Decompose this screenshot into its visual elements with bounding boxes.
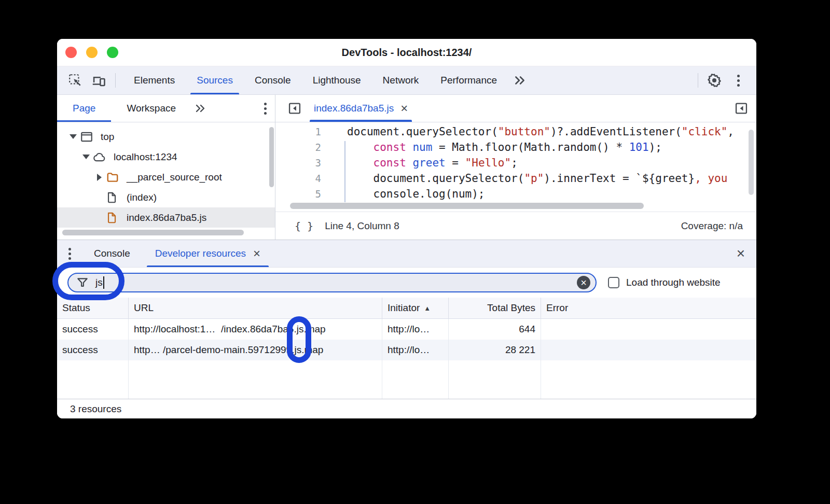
drawer-menu-button[interactable] bbox=[57, 240, 81, 267]
close-window-button[interactable] bbox=[65, 47, 77, 58]
tab-label: Lighthouse bbox=[313, 75, 361, 86]
tab-console[interactable]: Console bbox=[244, 66, 302, 94]
tab-label: Console bbox=[255, 75, 291, 86]
sidebar-tab-workspace[interactable]: Workspace bbox=[111, 95, 191, 122]
tab-label: Developer resources bbox=[155, 248, 246, 259]
panel-collapse-left-icon bbox=[287, 101, 302, 116]
line-number: 1 bbox=[275, 124, 334, 139]
zoom-window-button[interactable] bbox=[107, 47, 118, 58]
column-header-label: Error bbox=[546, 302, 568, 314]
table-row[interactable]: successhttp… /parcel-demo-main.59712999.… bbox=[57, 340, 756, 360]
drawer-tabs: ConsoleDeveloper resources× bbox=[81, 240, 273, 267]
tree-item-index[interactable]: (index) bbox=[57, 187, 275, 207]
column-header-label: Initiator bbox=[388, 302, 420, 314]
navigator-tabbar: PageWorkspace bbox=[57, 95, 275, 122]
frame-icon bbox=[79, 130, 95, 144]
cursor-position-label: Line 4, Column 8 bbox=[325, 220, 399, 232]
column-header-label: Status bbox=[62, 302, 90, 314]
cell-initiator: http://lo… bbox=[382, 340, 449, 360]
code-lines: 1document.querySelector("button")?.addEv… bbox=[275, 124, 756, 202]
toolbar-separator bbox=[698, 73, 698, 88]
tab-lighthouse[interactable]: Lighthouse bbox=[302, 66, 372, 94]
disclosure-down-icon[interactable] bbox=[80, 155, 92, 159]
cell-total-bytes: 644 bbox=[449, 319, 541, 340]
filter-input[interactable]: js × bbox=[67, 273, 597, 292]
inspect-element-button[interactable] bbox=[63, 66, 87, 94]
column-header-status[interactable]: Status bbox=[57, 298, 129, 318]
disclosure-down-icon[interactable] bbox=[67, 134, 79, 139]
gear-icon bbox=[707, 73, 722, 88]
tab-sources[interactable]: Sources bbox=[186, 66, 244, 94]
close-tab-icon[interactable]: × bbox=[253, 247, 260, 260]
load-through-website-checkbox[interactable] bbox=[608, 277, 619, 288]
line-number: 5 bbox=[275, 186, 334, 202]
cell-total-bytes: 28 221 bbox=[449, 340, 541, 360]
editor-vertical-scrollbar[interactable] bbox=[749, 130, 754, 195]
column-header-label: URL bbox=[134, 302, 154, 314]
drawer: ConsoleDeveloper resources× × js × Load … bbox=[57, 240, 756, 418]
panel-collapse-right-icon bbox=[734, 101, 749, 116]
title-bar: DevTools - localhost:1234/ bbox=[57, 39, 756, 66]
tree-item-top[interactable]: top bbox=[57, 127, 275, 147]
drawer-tab-console[interactable]: Console bbox=[81, 240, 143, 267]
load-through-website-control: Load through website bbox=[608, 277, 721, 288]
code-editor[interactable]: 1document.querySelector("button")?.addEv… bbox=[275, 122, 756, 212]
more-navigator-tabs-button[interactable] bbox=[193, 95, 207, 122]
filler-cell bbox=[449, 360, 541, 399]
editor-pane: index.86da7ba5.js × 1document.querySelec… bbox=[275, 95, 756, 240]
show-debugger-sidebar-button[interactable] bbox=[734, 95, 756, 122]
devtools-toolbar: ElementsSourcesConsoleLighthouseNetworkP… bbox=[57, 66, 756, 95]
toolbar-separator bbox=[115, 73, 116, 88]
line-number: 2 bbox=[275, 139, 334, 155]
column-header-total-bytes[interactable]: Total Bytes bbox=[449, 298, 541, 318]
column-header-url[interactable]: URL bbox=[129, 298, 382, 318]
sidebar-vertical-scrollbar[interactable] bbox=[269, 127, 274, 187]
code-line: 1document.querySelector("button")?.addEv… bbox=[275, 124, 756, 139]
close-drawer-button[interactable]: × bbox=[737, 240, 756, 267]
tab-performance[interactable]: Performance bbox=[430, 66, 508, 94]
tree-item-index-86da7ba5-js[interactable]: index.86da7ba5.js bbox=[57, 207, 275, 228]
editor-tab[interactable]: index.86da7ba5.js × bbox=[310, 95, 412, 122]
pretty-print-button[interactable]: { } bbox=[295, 220, 313, 232]
resource-count-label: 3 resources bbox=[70, 403, 121, 415]
sources-panel: PageWorkspace toplocalhost:1234__parcel_… bbox=[57, 95, 756, 240]
cell-initiator: http://lo… bbox=[382, 319, 449, 340]
tree-item-localhost-1234[interactable]: localhost:1234 bbox=[57, 147, 275, 167]
navigator-sidebar: PageWorkspace toplocalhost:1234__parcel_… bbox=[57, 95, 275, 240]
filler-cell bbox=[129, 360, 382, 399]
drawer-tab-developer-resources[interactable]: Developer resources× bbox=[143, 240, 273, 267]
tab-label: Page bbox=[73, 103, 95, 114]
clear-filter-button[interactable]: × bbox=[577, 276, 590, 289]
editor-horizontal-scrollbar[interactable] bbox=[290, 203, 644, 209]
url-post: map bbox=[307, 324, 326, 335]
cell-status: success bbox=[57, 319, 129, 340]
device-toolbar-button[interactable] bbox=[87, 66, 111, 94]
filter-value: js bbox=[95, 277, 103, 288]
tree-item-label: index.86da7ba5.js bbox=[127, 212, 206, 223]
minimize-window-button[interactable] bbox=[86, 47, 98, 58]
kebab-menu-icon bbox=[264, 103, 267, 115]
sidebar-horizontal-scrollbar[interactable] bbox=[62, 230, 244, 235]
tab-elements[interactable]: Elements bbox=[123, 66, 186, 94]
text-caret bbox=[103, 276, 104, 289]
url-pre: http… /parcel-demo-main.59712999 bbox=[134, 344, 292, 356]
close-tab-icon[interactable]: × bbox=[400, 102, 408, 115]
cell-status: success bbox=[57, 340, 129, 360]
tab-network[interactable]: Network bbox=[372, 66, 430, 94]
column-header-initiator[interactable]: Initiator▲ bbox=[382, 298, 449, 318]
tree-item-parcel-source-root[interactable]: __parcel_source_root bbox=[57, 167, 275, 187]
drawer-footer: 3 resources bbox=[57, 399, 756, 418]
filler-cell bbox=[382, 360, 449, 399]
sidebar-tab-page[interactable]: Page bbox=[57, 95, 111, 122]
table-row[interactable]: successhttp://localhost:1… /index.86da7b… bbox=[57, 319, 756, 340]
disclosure-right-icon[interactable] bbox=[93, 174, 105, 181]
kebab-menu-icon bbox=[737, 75, 740, 87]
tree-item-label: localhost:1234 bbox=[114, 151, 177, 163]
more-panels-button[interactable] bbox=[508, 66, 532, 94]
main-menu-button[interactable] bbox=[726, 66, 750, 94]
collapse-navigator-button[interactable] bbox=[275, 95, 310, 122]
navigator-menu-button[interactable] bbox=[264, 95, 275, 122]
settings-button[interactable] bbox=[702, 66, 726, 94]
column-header-error[interactable]: Error bbox=[541, 298, 756, 318]
code-line: 4 document.querySelector("p").innerText … bbox=[275, 171, 756, 186]
